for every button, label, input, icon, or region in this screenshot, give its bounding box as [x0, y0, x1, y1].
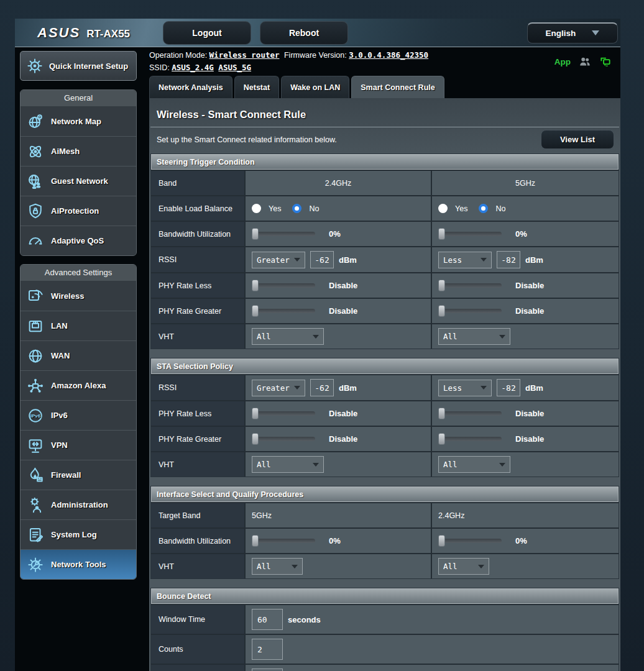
rssi-op-select-24[interactable]: Greater [252, 252, 305, 268]
devices-sync-icon[interactable] [599, 55, 612, 68]
ssid-5-link[interactable]: ASUS_5G [218, 63, 251, 72]
phy-greater-slider-5[interactable] [439, 309, 502, 313]
logout-button[interactable]: Logout [163, 21, 251, 45]
vht-select-24[interactable]: All [252, 328, 324, 345]
bandwidth-slider-24[interactable] [253, 232, 315, 236]
firewall-flame-icon [26, 466, 45, 485]
ssid-label: SSID: [149, 63, 170, 72]
vht-select-5[interactable]: All [438, 328, 510, 345]
ipv6-icon [26, 406, 45, 425]
sidebar-item-quick-internet-setup[interactable]: Quick Internet Setup [20, 51, 137, 81]
lan-icon [26, 317, 45, 336]
rssi-value-input-5[interactable] [497, 251, 520, 268]
slider-handle[interactable] [438, 228, 445, 240]
sidebar-item-label: AiProtection [51, 206, 99, 216]
bandwidth-slider-5[interactable] [439, 232, 502, 236]
radio-yes-5[interactable] [438, 204, 448, 213]
sidebar-item-lan[interactable]: LAN [21, 311, 136, 340]
slider-handle[interactable] [438, 433, 445, 445]
sidebar-item-vpn[interactable]: VPN [21, 430, 136, 460]
radio-no-5[interactable] [479, 204, 488, 213]
sidebar-item-guest-network[interactable]: Guest Network [21, 166, 136, 196]
reboot-button[interactable]: Reboot [260, 21, 348, 45]
radio-yes-24[interactable] [252, 204, 261, 213]
operation-mode-link[interactable]: Wireless router [209, 50, 280, 60]
system-log-icon [26, 526, 45, 544]
ssid-24-link[interactable]: ASUS_2.4G [172, 63, 214, 72]
vht-select-5[interactable]: All [438, 456, 510, 473]
rssi-value-input-24[interactable] [310, 379, 334, 396]
firmware-label: Firmware Version: [284, 51, 347, 60]
phy-less-label: PHY Rate Less [151, 273, 244, 298]
counts-input[interactable] [252, 639, 283, 660]
tab-wake-on-lan[interactable]: Wake on LAN [281, 76, 349, 98]
bandwidth-value: 0% [515, 536, 527, 545]
rssi-value-input-5[interactable] [497, 379, 520, 396]
description-row: Set up the Smart Connect related informa… [149, 127, 620, 153]
sidebar-item-amazon-alexa[interactable]: Amazon Alexa [21, 370, 136, 400]
vht-col2: All [431, 554, 619, 578]
app-link[interactable]: App [554, 57, 571, 66]
bandwidth-slider-col2[interactable] [439, 539, 502, 543]
bandwidth-slider-col1[interactable] [253, 539, 315, 543]
phy-greater-slider-24[interactable] [253, 309, 315, 313]
slider-handle[interactable] [252, 535, 259, 547]
window-time-input[interactable] [252, 609, 283, 630]
sidebar-item-ipv6[interactable]: IPv6 [21, 400, 136, 430]
slider-handle[interactable] [438, 305, 445, 317]
sidebar-item-label: Wireless [51, 291, 84, 301]
tab-netstat[interactable]: Netstat [234, 76, 279, 98]
slider-handle[interactable] [438, 280, 445, 291]
phy-greater-slider-5[interactable] [439, 437, 502, 441]
slider-handle[interactable] [252, 280, 259, 291]
sidebar-item-adaptive-qos[interactable]: Adaptive QoS [21, 226, 136, 255]
table-row-vht: VHT All All [151, 553, 619, 578]
sidebar-item-aiprotection[interactable]: AiProtection [21, 196, 136, 226]
sidebar-section-title: General [21, 90, 136, 106]
table-row-counts: Counts [151, 634, 619, 664]
phy-less-slider-5[interactable] [439, 283, 502, 288]
sidebar-item-wireless[interactable]: Wireless [21, 281, 136, 311]
slider-handle[interactable] [252, 228, 259, 240]
table-row-band: Band 2.4GHz 5GHz [151, 170, 619, 195]
vht-select-col1[interactable]: All [252, 558, 303, 575]
sidebar-item-network-map[interactable]: Network Map [21, 106, 136, 136]
slider-handle[interactable] [438, 535, 445, 547]
rssi-op-select-5[interactable]: Less [438, 252, 492, 268]
clients-people-icon[interactable] [578, 55, 592, 68]
view-list-button[interactable]: View List [541, 130, 614, 149]
phy-greater-slider-24[interactable] [253, 437, 315, 441]
sidebar-item-system-log[interactable]: System Log [21, 519, 136, 549]
firmware-version-link[interactable]: 3.0.0.4.386_42350 [349, 50, 428, 60]
phy-less-slider-24[interactable] [253, 283, 315, 288]
language-dropdown[interactable]: English [527, 22, 618, 43]
phy-less-slider-5[interactable] [439, 411, 502, 416]
rssi-24: Greater dBm [244, 247, 431, 272]
sidebar-item-administration[interactable]: Administration [21, 490, 136, 519]
slider-handle[interactable] [438, 408, 445, 419]
tab-smart-connect-rule[interactable]: Smart Connect Rule [351, 76, 444, 98]
sidebar-item-label: Firewall [51, 470, 81, 480]
sidebar-item-network-tools[interactable]: Network Tools [21, 549, 136, 579]
sidebar-item-aimesh[interactable]: AiMesh [21, 136, 136, 166]
target-band-label: Target Band [151, 503, 244, 527]
vht-select-24[interactable]: All [252, 456, 324, 473]
tab-network-analysis[interactable]: Network Analysis [149, 76, 232, 98]
radio-no-24[interactable] [292, 204, 301, 213]
sidebar-group-advanced: Advanced Settings Wireless LAN WAN Amazo… [20, 264, 137, 580]
phy-less-label: PHY Rate Less [151, 401, 244, 426]
slider-handle[interactable] [252, 305, 259, 317]
chevron-down-icon [499, 463, 505, 467]
dwell-time-input[interactable] [252, 669, 283, 671]
vht-24: All [244, 324, 431, 349]
phy-less-slider-24[interactable] [253, 411, 315, 416]
rssi-value-input-24[interactable] [310, 251, 334, 268]
rssi-op-select-24[interactable]: Greater [252, 380, 305, 396]
sidebar-item-wan[interactable]: WAN [21, 340, 136, 370]
vht-select-col2[interactable]: All [438, 558, 489, 575]
rssi-op-select-5[interactable]: Less [438, 380, 492, 396]
sidebar-item-label: System Log [51, 530, 97, 539]
slider-handle[interactable] [252, 408, 259, 419]
slider-handle[interactable] [252, 433, 259, 445]
sidebar-item-firewall[interactable]: Firewall [21, 460, 136, 490]
